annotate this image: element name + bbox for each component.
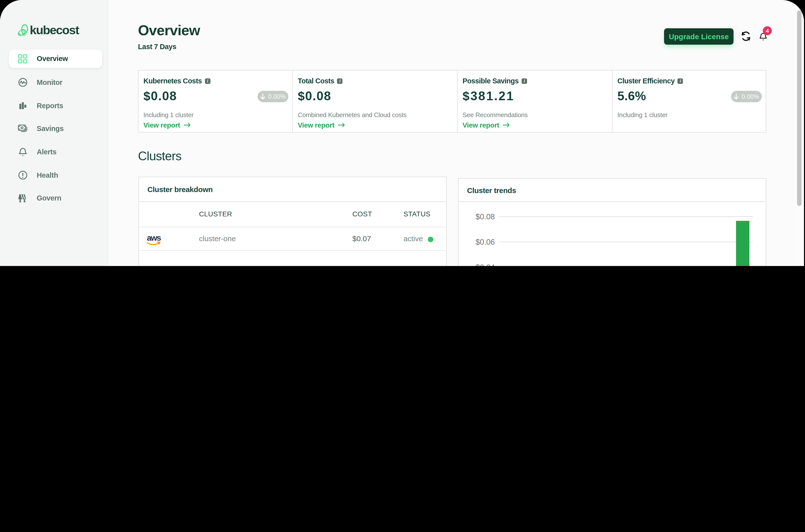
svg-text:aws: aws [147, 234, 161, 243]
